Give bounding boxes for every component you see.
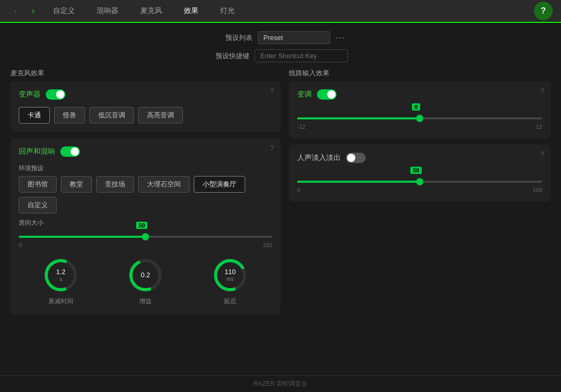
right-section-title-col: 线路输入效果 — [289, 69, 551, 78]
gain-knob[interactable]: 0.2 — [127, 256, 164, 294]
left-column: ? 变声器 卡通 怪兽 低沉音调 高亮音调 ? 回声和混响 环境预设 图书馆 教… — [10, 81, 280, 392]
preset-area: 预设列表 Preset ··· 预设快捷键 — [0, 23, 561, 69]
vocal-fade-thumb[interactable]: 50 — [416, 178, 423, 185]
pitch-track: 0 — [297, 117, 542, 119]
preset-more-button[interactable]: ··· — [336, 32, 345, 43]
vocal-fade-fill — [297, 181, 420, 183]
section-titles: 麦克风效果 线路输入效果 — [0, 69, 561, 78]
pitch-toggle-row: 变调 — [297, 89, 542, 100]
nav-bar: ‹ › 自定义 混响器 麦克风 效果 灯光 — [8, 3, 534, 19]
delay-knob-item: 110 ms 延迟 — [211, 256, 249, 306]
pitch-range: -12 12 — [297, 124, 542, 130]
decay-knob-item: 1.2 s 衰减时间 — [42, 256, 79, 306]
reverb-toggle[interactable] — [60, 146, 80, 157]
nav-effects[interactable]: 效果 — [175, 3, 208, 19]
voice-changer-label: 变声器 — [19, 90, 41, 99]
pitch-min: -12 — [297, 124, 305, 130]
shortcut-input[interactable] — [255, 49, 348, 62]
pitch-fill — [297, 117, 420, 119]
preset-church[interactable]: 教堂 — [61, 176, 92, 193]
topbar: ‹ › 自定义 混响器 麦克风 效果 灯光 ? — [0, 0, 561, 23]
vocal-fade-range: 0 100 — [297, 187, 542, 193]
delay-label: 延迟 — [224, 297, 236, 306]
preset-list-row: 预设列表 Preset ··· — [216, 31, 345, 44]
preset-high-pitch[interactable]: 高亮音调 — [138, 107, 183, 124]
voice-changer-toggle-row: 变声器 — [19, 89, 272, 100]
pitch-thumb[interactable]: 0 — [416, 115, 423, 122]
footer-text: RAZER 雷蛇调音台 — [253, 380, 308, 388]
svg-text:s: s — [60, 276, 62, 282]
pitch-value: 0 — [412, 103, 420, 111]
nav-lighting[interactable]: 灯光 — [211, 3, 244, 19]
preset-arena[interactable]: 竞技场 — [96, 176, 134, 193]
room-size-thumb[interactable]: 50 — [142, 233, 149, 240]
nav-customize[interactable]: 自定义 — [44, 3, 84, 19]
env-preset-label: 环境预设 — [19, 164, 272, 173]
nav-mixer[interactable]: 混响器 — [87, 3, 128, 19]
vocal-fade-min: 0 — [297, 187, 300, 193]
preset-monster[interactable]: 怪兽 — [54, 107, 85, 124]
nav-back-button[interactable]: ‹ — [8, 4, 23, 18]
preset-cartoon[interactable]: 卡通 — [19, 107, 50, 124]
main-content: ? 变声器 卡通 怪兽 低沉音调 高亮音调 ? 回声和混响 环境预设 图书馆 教… — [0, 81, 561, 392]
gain-knob-item: 0.2 增益 — [127, 256, 164, 306]
preset-marble[interactable]: 大理石空间 — [138, 176, 190, 193]
gain-label: 增益 — [139, 297, 152, 306]
voice-changer-card: ? 变声器 卡通 怪兽 低沉音调 高亮音调 — [10, 81, 280, 132]
nav-forward-button[interactable]: › — [26, 4, 41, 18]
reverb-help[interactable]: ? — [270, 143, 274, 152]
room-size-track: 50 — [19, 236, 272, 238]
vocal-fade-toggle[interactable] — [346, 153, 366, 163]
room-size-min: 0 — [19, 242, 22, 248]
pitch-card: ? 变调 0 -12 12 — [289, 81, 551, 138]
vocal-fade-value: 50 — [410, 167, 422, 174]
help-button[interactable]: ? — [534, 2, 553, 20]
pitch-label: 变调 — [297, 90, 312, 99]
vocal-fade-label: 人声淡入淡出 — [297, 153, 341, 163]
delay-knob[interactable]: 110 ms — [211, 256, 249, 294]
room-size-range: 0 100 — [19, 242, 272, 248]
decay-knob[interactable]: 1.2 s — [42, 256, 79, 294]
svg-text:ms: ms — [226, 276, 233, 282]
reverb-toggle-row: 回声和混响 — [19, 146, 272, 157]
vocal-fade-help[interactable]: ? — [540, 150, 544, 158]
left-section-title: 麦克风效果 — [10, 69, 44, 77]
preset-low-pitch[interactable]: 低沉音调 — [89, 107, 134, 124]
vocal-fade-max: 100 — [533, 187, 542, 193]
reverb-knobs: 1.2 s 衰减时间 0.2 增益 — [19, 256, 272, 306]
right-section-title: 线路输入效果 — [289, 69, 329, 77]
footer: RAZER 雷蛇调音台 — [0, 375, 561, 392]
reverb-label: 回声和混响 — [19, 147, 55, 156]
vocal-fade-toggle-row: 人声淡入淡出 — [297, 153, 542, 163]
pitch-slider-container: 0 — [297, 107, 542, 121]
shortcut-label: 预设快捷键 — [213, 51, 249, 61]
svg-text:0.2: 0.2 — [141, 271, 150, 279]
pitch-help[interactable]: ? — [540, 86, 544, 95]
voice-changer-help[interactable]: ? — [270, 86, 274, 95]
svg-text:110: 110 — [224, 268, 236, 276]
preset-small-hall[interactable]: 小型演奏厅 — [194, 176, 245, 193]
nav-microphone[interactable]: 麦克风 — [131, 3, 171, 19]
voice-changer-presets: 卡通 怪兽 低沉音调 高亮音调 — [19, 107, 272, 124]
vocal-fade-card: ? 人声淡入淡出 50 0 100 — [289, 144, 551, 201]
preset-library[interactable]: 图书馆 — [19, 176, 57, 193]
right-column: ? 变调 0 -12 12 ? 人声淡入淡出 — [289, 81, 551, 392]
vocal-fade-slider-container: 50 — [297, 170, 542, 185]
room-size-max: 100 — [263, 242, 272, 248]
preset-shortcut-row: 预设快捷键 — [213, 49, 348, 62]
room-size-slider-container: 50 — [19, 231, 272, 240]
room-size-fill — [19, 236, 145, 238]
preset-select[interactable]: Preset — [258, 31, 330, 44]
pitch-max: 12 — [536, 124, 542, 130]
svg-text:1.2: 1.2 — [56, 268, 65, 276]
reverb-card: ? 回声和混响 环境预设 图书馆 教堂 竞技场 大理石空间 小型演奏厅 自定义 … — [10, 138, 280, 314]
room-size-value: 50 — [136, 222, 148, 229]
reverb-presets: 图书馆 教堂 竞技场 大理石空间 小型演奏厅 自定义 — [19, 176, 272, 213]
voice-changer-toggle[interactable] — [46, 89, 65, 100]
preset-custom[interactable]: 自定义 — [19, 197, 57, 213]
preset-list-label: 预设列表 — [216, 33, 252, 43]
vocal-fade-track: 50 — [297, 181, 542, 183]
pitch-toggle[interactable] — [317, 89, 337, 100]
left-section-title-col: 麦克风效果 — [10, 69, 280, 78]
decay-label: 衰减时间 — [48, 297, 73, 306]
